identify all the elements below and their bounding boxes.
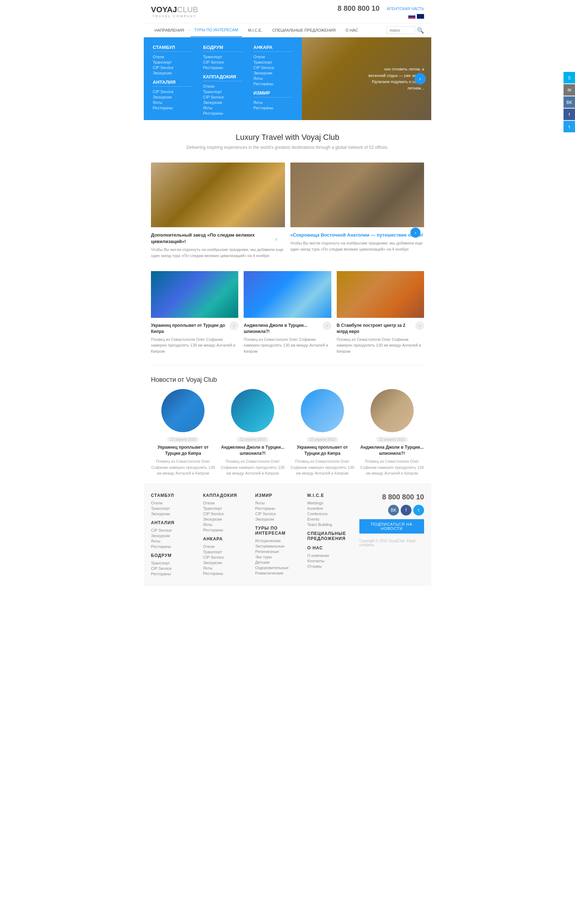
antalya-restaurants[interactable]: Рестораны: [153, 106, 192, 110]
cappadocia-excursions[interactable]: Экскурсии: [203, 100, 243, 105]
cappadocia-image: [151, 162, 285, 227]
footer-about-company[interactable]: О компании: [307, 553, 356, 558]
footer-cappadocia-excursions[interactable]: Экскурсии: [203, 517, 252, 521]
novosti-grid: 22 апреля 2015 Украинец проплывет от Тур…: [151, 389, 424, 476]
bodrum-transport[interactable]: Транспорт: [203, 55, 243, 59]
footer-ankara-hotels[interactable]: Отели: [203, 544, 252, 549]
cappadocia-hotels[interactable]: Отели: [203, 84, 243, 89]
footer-mice-teambuilding[interactable]: Team Building: [307, 522, 356, 527]
footer-right: 8 800 800 10 ВК f t ПОДПИСАТЬСЯ НА НОВОС…: [359, 493, 424, 577]
ankara-restaurants[interactable]: Рестораны: [253, 82, 293, 86]
city-bodrum: БОДРУМ: [203, 45, 243, 52]
footer-ankara-cip[interactable]: CIP Service: [203, 555, 252, 560]
footer-cappadocia-cip[interactable]: CIP Service: [203, 512, 252, 516]
featured-card-1: › Дополнительный заезд «По следам велики…: [151, 162, 285, 260]
hero-next-button[interactable]: ›: [415, 73, 426, 84]
card1-arrow[interactable]: ›: [271, 234, 281, 244]
footer-ankara-transport[interactable]: Транспорт: [203, 550, 252, 554]
ankara-transport[interactable]: Транспорт: [253, 60, 293, 64]
izmir-yachts[interactable]: Яхты: [253, 100, 293, 105]
footer-ankara-restaurants[interactable]: Рестораны: [203, 571, 252, 576]
footer-izmir-cip[interactable]: CIP Service: [255, 512, 304, 516]
antalya-excursions[interactable]: Экскурсии: [153, 95, 192, 99]
nav-directions[interactable]: НАПРАВЛЕНИЯ: [151, 24, 188, 37]
footer-city-antalya: АНТАЛИЯ: [151, 520, 199, 525]
istanbul-cip[interactable]: CIP Service: [153, 65, 192, 70]
ankara-yachts[interactable]: Яхты: [253, 76, 293, 81]
footer-tours-eco[interactable]: Эко туры: [255, 555, 304, 559]
footer-tours-wellness[interactable]: Оздоровительные: [255, 566, 304, 570]
footer-about-contacts[interactable]: Контакты: [307, 559, 356, 563]
footer-mice-conference[interactable]: Conference: [307, 512, 356, 516]
russian-flag[interactable]: [408, 14, 415, 19]
antalya-cip[interactable]: CIP Service: [153, 89, 192, 94]
card2-title-link[interactable]: «Сокровища Восточной Анатолии — путешест…: [291, 232, 423, 238]
footer-istanbul-hotels[interactable]: Отели: [151, 501, 199, 505]
search-input[interactable]: [386, 26, 415, 34]
footer-ankara-excursions[interactable]: Экскурсии: [203, 560, 252, 565]
nav-mice[interactable]: M.I.C.E.: [245, 24, 266, 37]
cappadocia-restaurants[interactable]: Рестораны: [203, 111, 243, 115]
footer-vk-button[interactable]: ВК: [388, 505, 399, 515]
footer-cappadocia-hotels[interactable]: Отели: [203, 501, 252, 505]
antalya-yachts[interactable]: Яхты: [153, 100, 192, 105]
footer-mice-incentive[interactable]: Incentive: [307, 506, 356, 511]
ankara-cip[interactable]: CIP Service: [253, 65, 293, 70]
cappadocia-cip[interactable]: CIP Service: [203, 95, 243, 99]
footer-izmir-yachts[interactable]: Яхты: [255, 501, 304, 505]
footer-mice-events[interactable]: Events: [307, 517, 356, 521]
footer-bodrum-restaurants[interactable]: Рестораны: [151, 572, 199, 576]
english-flag[interactable]: [417, 14, 424, 19]
card2-arrow[interactable]: ›: [410, 227, 421, 238]
footer-antalya-excursions[interactable]: Экскурсии: [151, 534, 199, 538]
subscribe-button[interactable]: ПОДПИСАТЬСЯ НА НОВОСТИ: [359, 519, 424, 534]
bodrum-restaurants[interactable]: Рестораны: [203, 65, 243, 70]
novosti-section: Новости от Voyaj Club 22 апреля 2015 Укр…: [144, 369, 431, 483]
footer-cappadocia-yachts[interactable]: Яхты: [203, 522, 252, 527]
footer-cappadocia-transport[interactable]: Транспорт: [203, 506, 252, 511]
footer-istanbul-excursions[interactable]: Экскурсии: [151, 512, 199, 516]
search-icon[interactable]: 🔍: [417, 27, 424, 34]
logo[interactable]: VOYAJCLUB TRAVEL COMPANY: [151, 5, 198, 18]
footer-izmir-restaurants[interactable]: Рестораны: [255, 506, 304, 511]
footer-bodrum-transport[interactable]: Транспорт: [151, 561, 199, 565]
dropdown-col-bodrum: БОДРУМ Транспорт CIP Service Рестораны К…: [198, 43, 248, 118]
nav-special[interactable]: СПЕЦИАЛЬНЫЕ ПРЕДЛОЖЕНИЯ: [269, 24, 339, 37]
dropdown-content: СТАМБУЛ Отели Транспорт CIP Service Экск…: [144, 37, 302, 120]
footer-antalya-cip[interactable]: CIP Service: [151, 528, 199, 533]
footer-tours-extreme[interactable]: Экстремальные: [255, 544, 304, 548]
footer-about-reviews[interactable]: Отзывы: [307, 564, 356, 568]
nav-sep-1: •: [188, 28, 191, 32]
footer-antalya-restaurants[interactable]: Рестораны: [151, 544, 199, 549]
language-flags: [408, 14, 424, 19]
footer-tours-religious[interactable]: Религиозные: [255, 549, 304, 554]
footer-bodrum-cip[interactable]: CIP Service: [151, 566, 199, 571]
footer-tw-button[interactable]: t: [413, 505, 424, 515]
footer-tours-historical[interactable]: Исторические: [255, 539, 304, 543]
footer-antalya-yachts[interactable]: Яхты: [151, 539, 199, 543]
footer-izmir-excursions[interactable]: Экскурсии: [255, 517, 304, 521]
nav-tours[interactable]: ТУРЫ ПО ИНТЕРЕСАМ: [191, 23, 241, 37]
ankara-excursions[interactable]: Экскурсии: [253, 71, 293, 75]
footer-fb-button[interactable]: f: [401, 505, 411, 515]
footer-tours-kids[interactable]: Детские: [255, 560, 304, 565]
cappadocia-transport[interactable]: Транспорт: [203, 89, 243, 94]
istanbul-transport[interactable]: Транспорт: [153, 60, 192, 64]
istanbul-excursions[interactable]: Экскурсии: [153, 71, 192, 75]
footer-istanbul-transport[interactable]: Транспорт: [151, 506, 199, 511]
footer-ankara-yachts[interactable]: Яхты: [203, 566, 252, 570]
izmir-restaurants[interactable]: Рестораны: [253, 106, 293, 110]
ankara-hotels[interactable]: Отели: [253, 55, 293, 59]
news3-title: В Стамбуле построят центр за 2 млрд евро: [337, 323, 424, 335]
footer-social: ВК f t: [388, 505, 424, 515]
bodrum-cip[interactable]: CIP Service: [203, 60, 243, 64]
agency-link[interactable]: АГЕНТСКАЯ ЧАСТЬ: [387, 6, 424, 11]
istanbul-hotels[interactable]: Отели: [153, 55, 192, 59]
cappadocia-yachts[interactable]: Яхты: [203, 106, 243, 110]
nav-sep-4: -: [339, 28, 342, 32]
footer-cappadocia-restaurants[interactable]: Рестораны: [203, 528, 252, 532]
footer-tours-romantic[interactable]: Романтические: [255, 571, 304, 575]
nav-about[interactable]: О НАС: [342, 24, 362, 37]
news2-arrow[interactable]: ›: [323, 321, 331, 330]
footer-mice-meetings[interactable]: Meetings: [307, 501, 356, 505]
